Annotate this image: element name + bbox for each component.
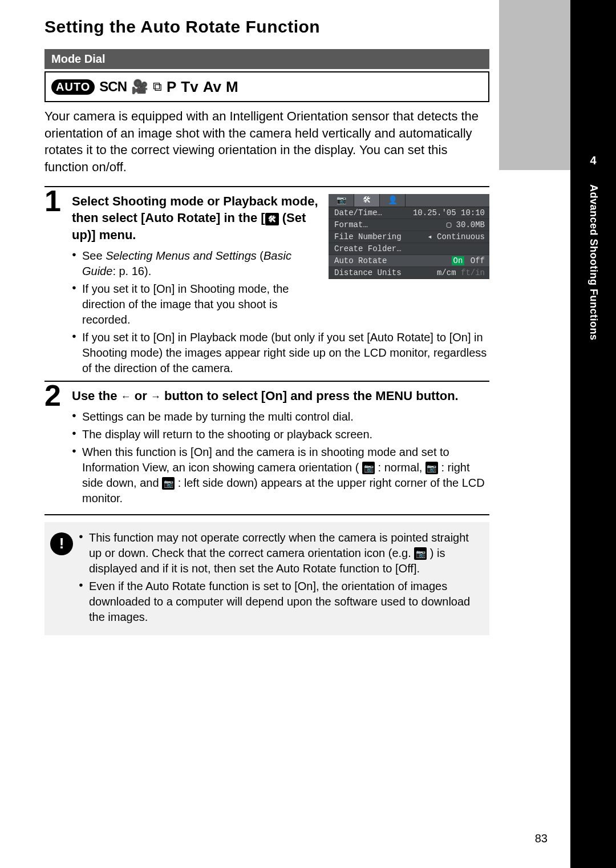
step2-bullet-1: Settings can be made by turning the mult…: [72, 409, 489, 425]
lcd-row-value: ▢ 30.0MB: [447, 220, 485, 229]
lcd-row-label: Auto Rotate: [334, 256, 387, 265]
mode-movie-icon: 🎥: [131, 79, 148, 95]
intro-text: Your camera is equipped with an Intellig…: [44, 108, 489, 176]
lcd-row-label: File Numbering: [334, 232, 402, 241]
camera-right-icon: 📷: [425, 462, 438, 474]
lcd-row-label: Distance Units: [334, 268, 402, 277]
step2-bullet-2: The display will return to the shooting …: [72, 427, 489, 442]
mode-stitch-icon: ⧉: [153, 79, 162, 94]
lcd-tab-setup-icon: 🛠: [354, 194, 380, 207]
lcd-row-label: Date/Time…: [334, 208, 382, 217]
lcd-tab-camera-icon: 📷: [329, 194, 354, 207]
note-bullet-2: Even if the Auto Rotate function is set …: [79, 579, 484, 625]
lcd-row-label: Format…: [334, 220, 368, 229]
lcd-row-value: ◂ Continuous: [427, 232, 485, 241]
camera-icon: 📷: [414, 547, 427, 560]
camera-left-icon: 📷: [162, 477, 175, 490]
mode-dial-header: Mode Dial: [44, 49, 489, 69]
mode-p-icon: P: [167, 78, 176, 96]
important-icon: !: [50, 532, 73, 555]
mode-av-icon: Av: [203, 78, 221, 96]
mode-dial-icons: AUTO SCN 🎥 ⧉ P Tv Av M: [44, 71, 489, 102]
mode-tv-icon: Tv: [181, 78, 198, 96]
right-arrow-icon: →: [151, 391, 161, 402]
chapter-side-tab: 4 Advanced Shooting Functions: [570, 0, 616, 868]
step1-bullet-2: If you set it to [On] in Shooting mode, …: [72, 281, 323, 328]
step2-bullet-3: When this function is [On] and the camer…: [72, 445, 489, 506]
step-1-number: 1: [44, 186, 61, 216]
chapter-number: 4: [570, 154, 616, 167]
tools-icon: 🛠: [265, 213, 279, 225]
mode-auto-icon: AUTO: [51, 79, 95, 95]
step-2: 2 Use the ← or → button to select [On] a…: [44, 381, 489, 506]
left-arrow-icon: ←: [121, 391, 131, 402]
step-2-number: 2: [44, 381, 61, 410]
camera-normal-icon: 📷: [362, 462, 375, 474]
lcd-on-badge: On: [452, 256, 465, 265]
step-1: 1 Select Shooting mode or Playback mode,…: [44, 186, 489, 376]
page-title: Setting the Auto Rotate Function: [44, 17, 491, 37]
mode-scn-icon: SCN: [99, 79, 127, 95]
important-note: ! This function may not operate correctl…: [44, 522, 489, 635]
mode-m-icon: M: [226, 78, 238, 96]
note-bullet-1: This function may not operate correctly …: [79, 530, 484, 576]
step1-bullet-1: See Selecting Menus and Settings (Basic …: [72, 248, 323, 279]
step1-bullet-3: If you set it to [On] in Playback mode (…: [72, 330, 489, 376]
page-number: 83: [535, 832, 548, 845]
step-2-heading: Use the ← or → button to select [On] and…: [72, 387, 489, 405]
lcd-row-label: Create Folder…: [334, 244, 402, 253]
chapter-label: Advanced Shooting Functions: [587, 184, 599, 341]
step-1-heading: Select Shooting mode or Playback mode, t…: [72, 193, 323, 244]
lcd-tab-mycamera-icon: 👤: [380, 194, 406, 207]
lcd-row-value: 10.25.'05 10:10: [413, 208, 485, 217]
lcd-menu-screenshot: 📷 🛠 👤 Date/Time…10.25.'05 10:10 Format…▢…: [329, 194, 489, 279]
gray-block: [499, 0, 570, 170]
